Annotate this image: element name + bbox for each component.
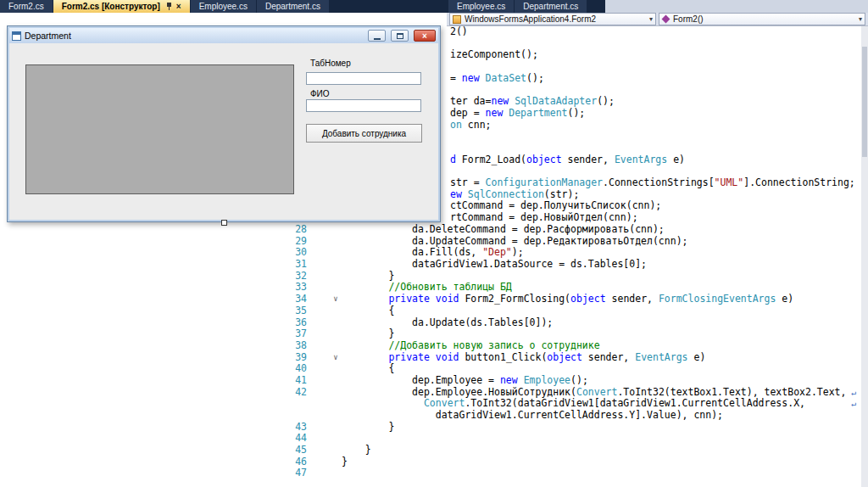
code-token: object (570, 293, 606, 305)
gutter (309, 422, 330, 434)
add-employee-button[interactable]: Добавить сотрудника (306, 124, 422, 143)
code-editor-lower[interactable]: 28 da.DeleteCommand = dep.Расформировать… (263, 224, 861, 479)
code-token: FormClosingEventArgs (659, 293, 776, 305)
code-line: 30 da.Fill(ds, "Dep"); (263, 247, 861, 259)
gutter (309, 328, 330, 340)
code-line: 47 (263, 467, 861, 479)
close-icon[interactable]: × (176, 2, 181, 11)
scrollbar-thumb[interactable] (862, 47, 867, 157)
code-line: dep = new Department(); (450, 108, 855, 120)
code-token: new (491, 95, 509, 107)
chevron-down-icon[interactable]: ▾ (859, 15, 862, 23)
code-text: dep.Employee = new Employee(); (342, 375, 588, 387)
code-token: dataGridView1.DataSource = ds.Tables[0]; (342, 258, 647, 270)
tab-department-cs[interactable]: Department.cs (257, 0, 329, 13)
tab-form2-cs-конструктор[interactable]: Form2.cs [Конструктор]× (53, 0, 190, 13)
code-token: SqlConnection (468, 188, 544, 200)
code-text: dataGridView1.DataSource = ds.Tables[0]; (342, 259, 647, 271)
line-number: 46 (263, 456, 309, 468)
form-title: Department (25, 31, 363, 41)
code-line: on cnn; (450, 120, 855, 132)
form-resize-grip[interactable] (221, 220, 227, 226)
code-text: private void button1_Click(object sender… (342, 352, 705, 364)
code-token: on (450, 119, 462, 131)
gutter (309, 259, 330, 271)
gutter (309, 236, 330, 248)
code-token: private (388, 351, 429, 363)
datagridview-control[interactable] (25, 64, 294, 194)
tab-number-textbox[interactable] (306, 72, 421, 85)
tab-employee-cs[interactable]: Employee.cs (191, 0, 256, 13)
code-token: 2() (450, 25, 468, 37)
code-editor-upper[interactable]: 2()izeComponent();= new DataSet();ter da… (450, 26, 855, 224)
code-token: dep = (450, 107, 486, 119)
tab-label: Form2.cs (8, 2, 44, 11)
code-token: .ToInt32(dataGridView1[dataGridView1.Cur… (465, 397, 805, 409)
code-text: da.DeleteCommand = dep.Расформировать(cn… (342, 224, 665, 236)
line-number: 39 (263, 352, 309, 364)
code-text: private void Form2_FormClosing(object se… (342, 294, 793, 305)
code-line: 42 dep.Employee.НовыйСотрудник(Convert.T… (263, 387, 861, 399)
chevron-down-icon[interactable]: ▾ (649, 15, 653, 23)
gutter (309, 467, 330, 479)
code-line (450, 84, 855, 96)
line-number: 28 (263, 224, 309, 236)
left-tab-group: Form2.csForm2.cs [Конструктор]×Employee.… (0, 0, 330, 13)
code-line: d Form2_Load(object sender, EventArgs e) (450, 154, 855, 166)
gutter (309, 456, 330, 468)
code-token: ew (450, 188, 462, 200)
line-number: 34 (263, 294, 309, 305)
form-designer-preview-window[interactable]: Department × ТабНомер ФИО Добавить сотру… (7, 25, 441, 222)
class-icon (453, 15, 461, 24)
gutter (309, 247, 330, 259)
code-token: { (342, 305, 394, 316)
code-text: dataGridView1.CurrentCellAddress.Y].Valu… (342, 410, 723, 422)
code-token: da.UpdateCommand = dep.РедактироватьОтде… (342, 235, 688, 247)
code-token: Convert (576, 386, 617, 398)
code-token: EventArgs (635, 351, 687, 363)
gutter (309, 398, 330, 410)
code-token: e) (667, 154, 685, 165)
fold-marker[interactable]: ∨ (330, 352, 342, 364)
line-number: 36 (263, 317, 309, 329)
code-token: sender, (562, 154, 615, 165)
minimize-button[interactable] (368, 30, 386, 42)
fio-textbox[interactable] (306, 99, 421, 112)
method-icon (662, 15, 670, 24)
fold-marker (330, 422, 342, 434)
tab-department-cs[interactable]: Department.cs (515, 0, 587, 13)
close-button[interactable]: × (414, 30, 436, 42)
code-line: 34∨ private void Form2_FormClosing(objec… (263, 294, 861, 305)
code-text: { (342, 305, 394, 317)
document-tabstrip: Form2.csForm2.cs [Конструктор]×Employee.… (0, 0, 868, 13)
line-number: 30 (263, 247, 309, 259)
maximize-button[interactable] (391, 30, 409, 42)
code-token: str = (450, 176, 486, 188)
code-token: ter da= (450, 95, 491, 107)
code-text: //Обновить таблицы БД (342, 282, 512, 294)
code-token: } (342, 421, 394, 433)
line-number (263, 398, 309, 410)
code-token: = (450, 72, 462, 84)
code-line: 2() (450, 26, 855, 38)
code-text: } (342, 271, 394, 283)
type-dropdown[interactable]: WindowsFormsApplication4.Form2 ▾ (449, 13, 656, 25)
editor-scrollbar[interactable] (861, 26, 868, 487)
code-token: Form2_Load( (456, 154, 526, 165)
member-dropdown[interactable]: Form2() ▾ (659, 13, 865, 25)
form-title-bar[interactable]: Department × (9, 28, 438, 43)
tab-employee-cs[interactable]: Employee.cs (448, 0, 514, 13)
editor-navigation-bar: WindowsFormsApplication4.Form2 ▾ Form2()… (447, 13, 868, 26)
fold-marker[interactable]: ∨ (330, 294, 342, 305)
code-token: ].ConnectionString; (743, 176, 855, 188)
gutter (309, 224, 330, 236)
code-token: sender, (606, 293, 659, 305)
code-token: } (342, 270, 394, 282)
gutter (309, 433, 330, 445)
code-line: 41 dep.Employee = new Employee(); (263, 375, 861, 387)
pin-icon[interactable] (166, 3, 172, 11)
code-token: .ToInt32(textBox1.Text), textBox2.Text, (617, 386, 846, 398)
code-token: rtCommand = dep.НовыйОтдел(cnn); (450, 211, 638, 223)
fold-marker (330, 271, 342, 283)
tab-form2-cs[interactable]: Form2.cs (0, 0, 53, 13)
